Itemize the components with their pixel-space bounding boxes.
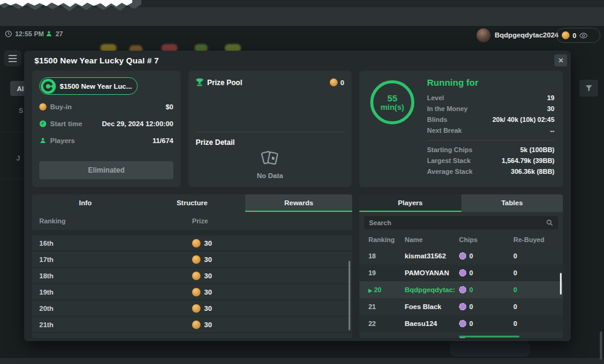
chip-icon — [459, 269, 466, 276]
reward-prize: 30 — [204, 272, 212, 279]
player-name: Bqdpgeqdytac: — [405, 286, 459, 293]
menu-button[interactable] — [4, 50, 21, 66]
blinds-row: Blinds 20k/ 40k (10k) 02:45 — [427, 114, 554, 125]
next-break-value: -- — [550, 127, 554, 134]
reward-ranking: 18th — [32, 272, 192, 279]
trophy-icon — [196, 78, 204, 87]
player-ranking: 19 — [359, 269, 405, 276]
player-rebuyed: 0 — [513, 303, 563, 310]
in-the-money-row: In the Money 30 — [427, 103, 554, 114]
reward-ranking: 16th — [32, 240, 192, 247]
player-chips: 0 — [469, 269, 473, 276]
coin-icon — [562, 31, 570, 39]
player-rebuyed: 0 — [513, 286, 563, 293]
no-data-label: No Data — [188, 172, 352, 179]
background-column-text: J — [16, 155, 20, 162]
player-name: kismat31562 — [405, 252, 459, 260]
players-col-rebuyed: Re-Buyed — [513, 236, 563, 243]
players-horizontal-scrollbar[interactable] — [459, 336, 519, 337]
blinds-label: Blinds — [427, 116, 448, 123]
search-input[interactable] — [369, 219, 546, 226]
page-scrollbar[interactable] — [600, 331, 602, 360]
tab-info[interactable]: Info — [32, 194, 139, 212]
wallet-pill[interactable]: 0 — [556, 28, 600, 43]
player-row: 18 kismat31562 0 0 — [359, 247, 563, 264]
player-count-icon — [45, 30, 53, 37]
buyin-label: Buy-in — [50, 103, 72, 110]
rewards-col-prize: Prize — [192, 217, 208, 225]
reward-row: 20th 30 — [32, 301, 352, 317]
online-count-label: 27 — [56, 30, 63, 37]
divider — [32, 230, 352, 235]
divider — [196, 132, 344, 132]
rewards-panel: Info Structure Rewards Ranking Prize 16t… — [32, 194, 352, 338]
hamburger-icon — [8, 55, 17, 56]
level-row: Level 19 — [427, 92, 554, 103]
tournament-name-pill[interactable]: $1500 New Year Luc... — [39, 77, 138, 95]
reward-row: 17th 30 — [32, 252, 352, 268]
player-name: Foes Black — [405, 303, 459, 310]
starting-chips-value: 5k (100BB) — [520, 146, 554, 153]
empty-cards-icon — [260, 148, 280, 170]
rewards-table-header: Ranking Prize — [32, 212, 352, 230]
time-label: 12:55 PM — [15, 30, 44, 37]
prize-pool-title: Prize Pool — [207, 78, 242, 87]
blinds-value: 20k/ 40k (10k) 02:45 — [492, 116, 554, 123]
coin-icon — [192, 288, 201, 296]
reward-row: 21th 30 — [32, 317, 352, 333]
coin-icon — [330, 78, 338, 86]
eye-icon[interactable] — [579, 31, 588, 40]
player-name: PAMOYANAN — [405, 269, 459, 276]
app-window: 12:55 PM 27 Bqdpgeqdytac2024 0 All S J $… — [0, 0, 604, 364]
player-name: rinaputur — [405, 337, 459, 338]
funnel-icon — [585, 84, 593, 92]
prize-detail-title: Prize Detail — [196, 138, 235, 147]
player-row: 19 PAMOYANAN 0 0 — [359, 264, 563, 281]
player-rebuyed: 0 — [513, 337, 563, 338]
reward-ranking: 19th — [32, 289, 192, 296]
left-tab-bar: Info Structure Rewards — [32, 194, 352, 212]
background-row-divider — [0, 179, 24, 179]
timer-unit: min(s) — [381, 103, 404, 112]
rewards-scrollbar[interactable] — [349, 261, 350, 330]
starting-chips-row: Starting Chips 5k (100BB) — [427, 144, 554, 155]
player-chips: 0 — [469, 303, 473, 310]
tab-rewards[interactable]: Rewards — [245, 194, 352, 212]
eliminated-button[interactable]: Eliminated — [39, 161, 173, 179]
buyin-value: $0 — [165, 103, 173, 110]
close-button[interactable]: ✕ — [554, 54, 567, 66]
running-for-heading: Running for — [427, 77, 554, 88]
tournament-logo-icon — [40, 78, 56, 94]
tab-structure[interactable]: Structure — [139, 194, 246, 212]
tournament-name-label: $1500 New Year Luc... — [60, 83, 132, 90]
start-time-value: Dec 29, 2024 12:00:00 — [102, 120, 173, 127]
filter-button[interactable] — [579, 80, 598, 97]
tab-tables[interactable]: Tables — [461, 194, 564, 212]
player-row-current-user: ▶20 Bqdpgeqdytac: 0 0 — [359, 281, 563, 298]
background-row-divider — [0, 132, 24, 132]
reward-prize: 30 — [204, 289, 212, 296]
players-vertical-scrollbar[interactable] — [560, 273, 562, 295]
bottom-strip — [0, 358, 604, 364]
player-chips: 0 — [469, 252, 473, 260]
clock-icon — [39, 120, 47, 127]
divider — [427, 140, 554, 141]
player-search[interactable] — [364, 216, 558, 229]
starting-chips-label: Starting Chips — [427, 146, 472, 153]
itm-label: In the Money — [427, 105, 467, 112]
prize-pool-card: Prize Pool 0 Prize Detail No Data — [188, 71, 352, 187]
chip-icon — [459, 252, 466, 260]
modal-title: $1500 New Year Lucky Qual # 7 — [34, 56, 159, 65]
reward-prize: 30 — [204, 256, 212, 263]
coin-icon — [192, 321, 201, 329]
tab-players[interactable]: Players — [359, 194, 461, 212]
rewards-col-ranking: Ranking — [32, 217, 192, 225]
user-avatar[interactable] — [477, 28, 490, 42]
players-col-name: Name — [405, 236, 459, 243]
average-stack-label: Average Stack — [427, 168, 472, 175]
players-panel: Players Tables Ranking Name Chips Re-Buy… — [359, 194, 563, 338]
level-label: Level — [427, 94, 444, 101]
start-time-row: Start time Dec 29, 2024 12:00:00 — [39, 115, 173, 132]
background-column-text: S — [19, 107, 23, 114]
chip-icon — [459, 320, 466, 327]
